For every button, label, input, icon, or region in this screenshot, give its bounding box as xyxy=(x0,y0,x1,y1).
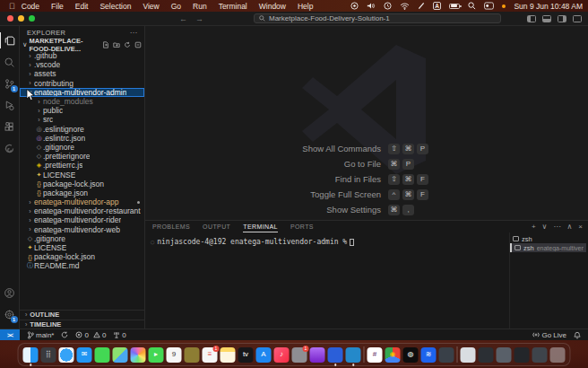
tree-item-license-root[interactable]: ✦ LICENSE xyxy=(20,243,144,252)
menu-go[interactable]: Go xyxy=(171,2,181,11)
explorer-more-actions-icon[interactable]: ⋯ xyxy=(130,29,137,37)
dock-notes[interactable] xyxy=(220,347,236,363)
menu-terminal[interactable]: Terminal xyxy=(219,2,247,11)
menu-edit[interactable]: Edit xyxy=(75,2,89,11)
apple-menu-icon[interactable]:  xyxy=(9,2,15,11)
dock-notes-alt[interactable] xyxy=(185,347,200,363)
battery-icon[interactable] xyxy=(449,4,460,9)
search-icon[interactable] xyxy=(0,51,20,73)
menu-help[interactable]: Help xyxy=(298,2,313,11)
menubar-clock[interactable]: Sun 9 Jun 10:48 AM xyxy=(514,2,583,11)
tree-item-public[interactable]: › public xyxy=(20,106,144,115)
close-panel-icon[interactable]: × xyxy=(578,223,583,231)
panel-more-icon[interactable]: ⋯ xyxy=(553,223,560,231)
toggle-panel-icon[interactable] xyxy=(542,15,551,22)
dock-calendar[interactable]: 9 xyxy=(167,347,182,363)
accounts-icon[interactable] xyxy=(0,282,20,303)
dock-music[interactable]: ♪ xyxy=(274,347,290,363)
panel-tab-ports[interactable]: PORTS xyxy=(290,223,314,232)
go-live-item[interactable]: Go Live xyxy=(532,331,566,339)
dock-reminders[interactable]: ≡ 1 xyxy=(203,347,218,363)
tree-item-eslintignore[interactable]: ◎ .eslintignore xyxy=(20,125,144,134)
volume-icon[interactable] xyxy=(367,2,376,11)
tree-item-enatega-multivendor-restaurant[interactable]: › enatega-multivendor-restaurant xyxy=(20,206,144,215)
dock-messages[interactable] xyxy=(95,347,110,363)
input-source-icon[interactable]: A xyxy=(433,2,442,10)
tree-item-license-admin[interactable]: ✦ LICENSE xyxy=(20,170,144,179)
settings-gear-icon[interactable]: 1 xyxy=(0,303,20,325)
panel-tab-output[interactable]: OUTPUT xyxy=(203,223,230,232)
dock-unknown-dark-app[interactable] xyxy=(439,347,454,363)
shortcuts-icon[interactable] xyxy=(350,2,359,11)
tree-item-assets[interactable]: › assets xyxy=(20,69,144,78)
dock-chrome[interactable]: ◉ xyxy=(385,347,401,363)
custom-extension-icon[interactable] xyxy=(0,137,20,159)
dock-mail[interactable]: ✉ xyxy=(77,347,92,363)
dock-minimized-window-5[interactable] xyxy=(532,347,548,363)
forward-arrow-icon[interactable]: → xyxy=(195,14,203,23)
maximize-panel-icon[interactable]: ∧ xyxy=(566,223,572,231)
minimize-window-button[interactable] xyxy=(18,15,24,22)
tree-item-vscode[interactable]: › .vscode xyxy=(20,60,144,69)
spotlight-icon[interactable] xyxy=(468,2,476,11)
source-control-icon[interactable]: 1 xyxy=(0,73,20,94)
tree-item-gitignore-root[interactable]: ◇ .gitignore xyxy=(20,234,144,243)
tree-item-gitignore-admin[interactable]: ◇ .gitignore xyxy=(20,143,144,152)
tree-item-contributing[interactable]: › contributing xyxy=(20,79,144,88)
notifications-bell-icon[interactable] xyxy=(574,331,581,339)
tree-item-enatega-multivendor-rider[interactable]: › enatega-multivendor-rider xyxy=(20,215,144,224)
new-file-icon[interactable] xyxy=(102,41,109,48)
dock-vscode[interactable] xyxy=(346,347,361,363)
clock-icon[interactable] xyxy=(384,2,392,11)
tree-item-package-lock-admin[interactable]: {} package-lock.json xyxy=(20,180,144,188)
dock-docker[interactable]: ≋ xyxy=(421,347,437,363)
dock-minimized-window-4[interactable] xyxy=(514,347,530,363)
dock-25[interactable] xyxy=(457,346,458,363)
run-debug-icon[interactable] xyxy=(0,94,20,116)
terminal-instance-zsh-1[interactable]: zsh xyxy=(510,234,586,243)
menu-selection[interactable]: Selection xyxy=(99,2,131,11)
panel-tab-problems[interactable]: PROBLEMS xyxy=(152,223,190,232)
panel-tab-terminal[interactable]: TERMINAL xyxy=(243,223,278,232)
dock-safari[interactable] xyxy=(59,347,74,363)
sync-item[interactable] xyxy=(61,331,68,338)
customize-layout-icon[interactable] xyxy=(573,15,582,22)
dock-app-store[interactable]: A xyxy=(256,347,272,363)
explorer-icon[interactable] xyxy=(0,30,20,51)
new-terminal-icon[interactable]: + xyxy=(532,223,536,231)
menu-file[interactable]: File xyxy=(51,2,64,11)
dock-podcasts[interactable] xyxy=(310,347,325,363)
terminal-instance-zsh-2[interactable]: zsh enatega-multivendo... xyxy=(510,243,586,252)
back-arrow-icon[interactable]: ← xyxy=(179,14,187,23)
dock-trash[interactable] xyxy=(550,347,566,363)
timeline-section[interactable]: ›TIMELINE xyxy=(20,320,144,329)
menu-code[interactable]: Code xyxy=(22,2,39,11)
remote-indicator[interactable]: >< xyxy=(0,329,20,340)
tree-item-node-modules[interactable]: › node_modules xyxy=(20,97,144,106)
tree-item-package-json-admin[interactable]: {} package.json xyxy=(20,188,144,197)
extensions-icon[interactable] xyxy=(0,116,20,137)
dock-unknown-blue-app[interactable] xyxy=(328,347,343,363)
dock-photos[interactable] xyxy=(131,347,146,363)
toggle-primary-sidebar-icon[interactable] xyxy=(527,15,536,22)
new-folder-icon[interactable] xyxy=(113,41,120,48)
annotate-icon[interactable] xyxy=(418,2,425,11)
dock-system-settings[interactable]: 1 xyxy=(292,347,307,363)
menu-run[interactable]: Run xyxy=(193,2,207,11)
terminal-dropdown-icon[interactable]: ∨ xyxy=(542,223,548,231)
dock-tv[interactable]: tv xyxy=(238,347,254,363)
problems-item[interactable]: 0 0 xyxy=(75,331,106,339)
zoom-window-button[interactable] xyxy=(29,15,35,22)
tree-item-enatega-multivendor-admin[interactable]: ∨ enatega-multivendor-admin xyxy=(20,88,144,97)
user-switch-icon[interactable] xyxy=(484,2,494,11)
dock-maps[interactable] xyxy=(113,347,128,363)
dock-minimized-window-3[interactable] xyxy=(497,347,512,363)
workspace-section-header[interactable]: ∨ MARKETPLACE-FOOD-DELIVE... xyxy=(20,39,144,49)
tree-item-package-lock-root[interactable]: {} package-lock.json xyxy=(20,252,144,261)
dock-chatgpt[interactable]: ◍ xyxy=(403,347,419,363)
menu-view[interactable]: View xyxy=(143,2,159,11)
dock-facetime[interactable]: ▸ xyxy=(149,347,164,363)
dock-minimized-window-1[interactable] xyxy=(461,347,476,363)
tree-item-prettierrc-js[interactable]: ◈ .prettierrc.js xyxy=(20,161,144,170)
refresh-icon[interactable] xyxy=(124,41,131,48)
